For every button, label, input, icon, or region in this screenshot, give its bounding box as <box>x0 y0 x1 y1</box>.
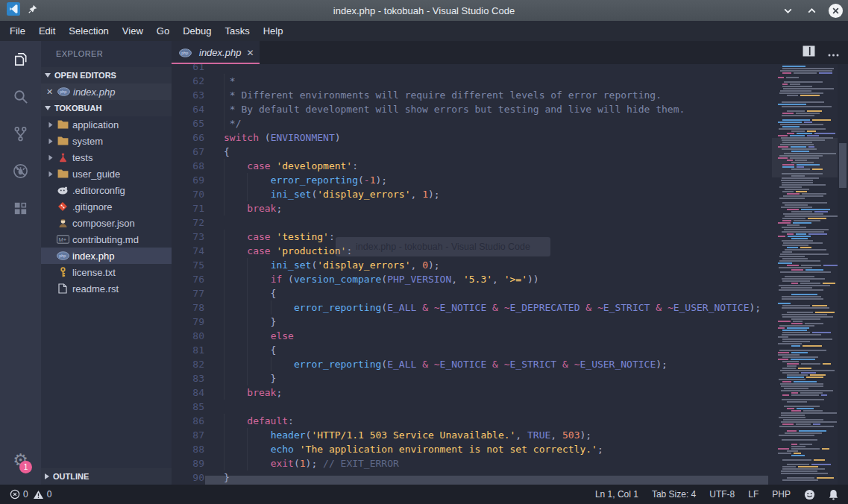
outline-header[interactable]: OUTLINE <box>41 468 172 485</box>
minimap-line <box>775 435 835 436</box>
code-line-80[interactable]: 80 else <box>172 329 848 343</box>
notifications-bell-icon[interactable] <box>829 489 838 500</box>
minimap[interactable] <box>772 64 838 485</box>
tab-close-icon[interactable]: ✕ <box>246 48 254 58</box>
minimap-line <box>775 459 835 461</box>
code-line-79[interactable]: 79 } <box>172 315 848 329</box>
minimap-line <box>775 177 835 179</box>
minimap-line <box>775 412 835 414</box>
settings-gear-icon[interactable]: ⚙ 1 <box>0 444 41 476</box>
code-line-71[interactable]: 71 break; <box>172 201 848 215</box>
code-line-68[interactable]: 68 case 'development': <box>172 159 848 173</box>
menu-selection[interactable]: Selection <box>62 21 115 41</box>
code-line-65[interactable]: 65 */ <box>172 116 848 130</box>
close-editor-icon[interactable]: ✕ <box>46 88 56 96</box>
minimap-line <box>775 182 835 183</box>
errors-indicator[interactable]: 0 <box>10 489 28 500</box>
open-editors-header[interactable]: OPEN EDITORS <box>41 67 172 84</box>
code-line-72[interactable]: 72 <box>172 215 848 230</box>
minimap-line <box>775 432 835 434</box>
minimap-line <box>775 323 835 324</box>
eol[interactable]: LF <box>748 489 759 500</box>
code-line-86[interactable]: 86 default: <box>172 414 848 428</box>
code-line-78[interactable]: 78 error_reporting(E_ALL & ~E_NOTICE & ~… <box>172 300 848 315</box>
menu-tasks[interactable]: Tasks <box>218 21 256 41</box>
vertical-scrollbar[interactable] <box>838 64 848 485</box>
menu-go[interactable]: Go <box>150 21 176 41</box>
code-line-88[interactable]: 88 echo 'The application environment is … <box>172 442 848 456</box>
tree-item-user_guide[interactable]: user_guide <box>41 166 172 182</box>
project-root-header[interactable]: TOKOBUAH <box>41 100 172 116</box>
minimap-line <box>775 470 835 472</box>
tree-item-readme.rst[interactable]: readme.rst <box>41 280 172 297</box>
encoding[interactable]: UTF-8 <box>709 489 735 500</box>
tab-index-php[interactable]: php index.php ✕ <box>172 41 260 64</box>
minimap-line <box>775 265 835 266</box>
folder-icon <box>55 120 70 129</box>
minimap-line <box>775 406 835 407</box>
tree-item-system[interactable]: system <box>41 133 172 149</box>
menu-edit[interactable]: Edit <box>32 21 62 41</box>
feedback-smiley-icon[interactable] <box>804 489 815 500</box>
tree-item-composer.json[interactable]: composer.json <box>41 215 172 231</box>
code-editor[interactable]: 6162 *63 * Different environments will r… <box>172 64 848 485</box>
minimap-line <box>775 202 835 204</box>
menu-help[interactable]: Help <box>257 21 290 41</box>
code-line-81[interactable]: 81 { <box>172 343 848 357</box>
tree-item-index.php[interactable]: phpindex.php <box>41 248 172 264</box>
minimap-line <box>775 327 835 329</box>
tree-item-gitignore[interactable]: .gitignore <box>41 198 172 215</box>
pin-icon[interactable] <box>28 4 38 17</box>
code-line-69[interactable]: 69 error_reporting(-1); <box>172 173 848 187</box>
open-editor-index.php[interactable]: ✕phpindex.php <box>41 84 172 100</box>
code-line-70[interactable]: 70 ini_set('display_errors', 1); <box>172 187 848 201</box>
explorer-sidebar: EXPLORER OPEN EDITORS ✕phpindex.php TOKO… <box>41 41 172 485</box>
warnings-indicator[interactable]: 0 <box>33 489 52 500</box>
minimap-line <box>775 151 835 152</box>
minimap-line <box>775 330 835 331</box>
code-line-62[interactable]: 62 * <box>172 74 848 88</box>
code-line-89[interactable]: 89 exit(1); // EXIT_ERROR <box>172 456 848 470</box>
code-line-61[interactable]: 61 <box>172 64 848 74</box>
code-line-67[interactable]: 67{ <box>172 145 848 159</box>
tree-item-tests[interactable]: tests <box>41 149 172 166</box>
minimize-button[interactable] <box>779 2 796 19</box>
menu-file[interactable]: File <box>3 21 32 41</box>
tab-size[interactable]: Tab Size: 4 <box>652 489 696 500</box>
tree-item-editorconfig[interactable]: .editorconfig <box>41 182 172 198</box>
code-line-63[interactable]: 63 * Different environments will require… <box>172 88 848 102</box>
source-control-icon[interactable] <box>0 118 41 149</box>
extensions-icon[interactable] <box>0 192 41 224</box>
code-line-85[interactable]: 85 <box>172 400 848 414</box>
code-line-84[interactable]: 84 break; <box>172 385 848 400</box>
code-line-76[interactable]: 76 if (version_compare(PHP_VERSION, '5.3… <box>172 272 848 286</box>
tree-item-application[interactable]: application <box>41 116 172 133</box>
code-line-64[interactable]: 64 * By default development will show er… <box>172 102 848 116</box>
code-line-75[interactable]: 75 ini_set('display_errors', 0); <box>172 258 848 272</box>
minimap-line <box>775 370 835 371</box>
tree-item-license.txt[interactable]: license.txt <box>41 264 172 280</box>
search-icon[interactable] <box>0 81 41 112</box>
tree-item-contributing.md[interactable]: M+contributing.md <box>41 231 172 248</box>
minimap-line <box>775 155 835 157</box>
vertical-scrollbar-thumb[interactable] <box>839 143 847 188</box>
menu-view[interactable]: View <box>116 21 150 41</box>
code-line-87[interactable]: 87 header('HTTP/1.1 503 Service Unavaila… <box>172 428 848 442</box>
titlebar[interactable]: index.php - tokobuah - Visual Studio Cod… <box>0 0 848 21</box>
split-editor-icon[interactable] <box>803 45 815 60</box>
code-line-66[interactable]: 66switch (ENVIRONMENT) <box>172 130 848 145</box>
menu-debug[interactable]: Debug <box>176 21 218 41</box>
minimap-line <box>775 153 835 154</box>
cursor-position[interactable]: Ln 1, Col 1 <box>595 489 638 500</box>
code-line-77[interactable]: 77 { <box>172 286 848 300</box>
minimap-line <box>775 253 835 255</box>
explorer-icon[interactable] <box>0 43 41 75</box>
more-actions-icon[interactable] <box>828 46 839 60</box>
close-button[interactable] <box>827 2 844 19</box>
debug-disabled-icon[interactable] <box>0 155 41 186</box>
horizontal-scrollbar-thumb[interactable] <box>205 476 768 485</box>
maximize-button[interactable] <box>803 2 820 19</box>
code-line-83[interactable]: 83 } <box>172 371 848 385</box>
language-mode[interactable]: PHP <box>772 489 791 500</box>
code-line-82[interactable]: 82 error_reporting(E_ALL & ~E_NOTICE & ~… <box>172 357 848 371</box>
